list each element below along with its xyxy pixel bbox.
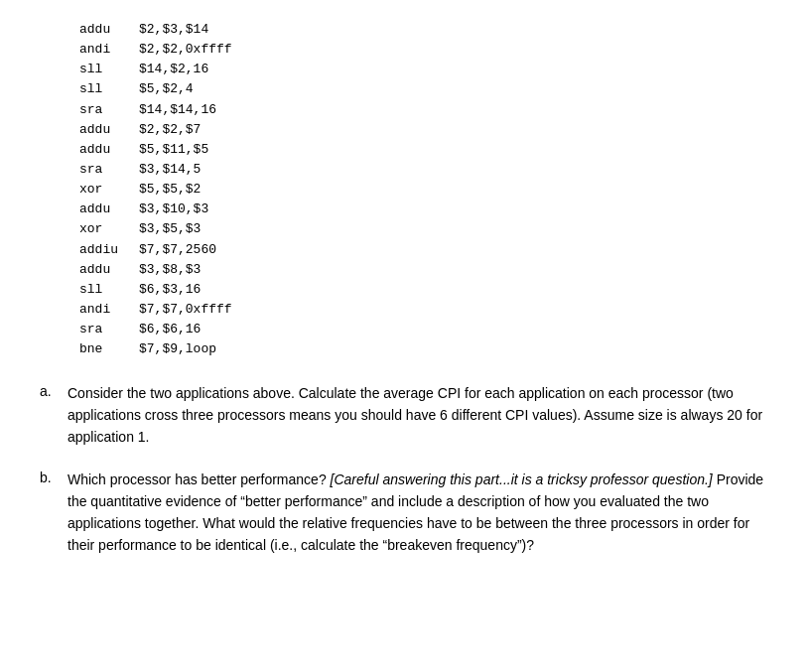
operands: $5,$5,$2 <box>139 180 201 200</box>
operands: $3,$5,$3 <box>139 219 201 239</box>
code-line: addu$2,$2,$7 <box>79 120 768 140</box>
question-item-1: a.Consider the two applications above. C… <box>40 383 768 448</box>
code-line: andi$7,$7,0xffff <box>79 300 768 320</box>
operands: $6,$6,16 <box>139 320 201 339</box>
instruction: sll <box>79 280 139 300</box>
code-line: addu$5,$11,$5 <box>79 140 768 160</box>
code-line: sll$5,$2,4 <box>79 79 768 99</box>
operands: $5,$11,$5 <box>139 140 208 160</box>
instruction: andi <box>79 300 139 320</box>
operands: $3,$14,5 <box>139 160 201 180</box>
operands: $6,$3,16 <box>139 280 201 300</box>
operands: $7,$7,2560 <box>139 240 216 260</box>
question-label-1: a. <box>40 383 60 399</box>
code-line: sra$14,$14,16 <box>79 100 768 120</box>
code-line: sra$3,$14,5 <box>79 160 768 180</box>
operands: $2,$3,$14 <box>139 20 208 40</box>
code-line: sll$6,$3,16 <box>79 280 768 300</box>
questions-section: a.Consider the two applications above. C… <box>40 383 768 556</box>
code-line: addiu$7,$7,2560 <box>79 240 768 260</box>
code-line: xor$5,$5,$2 <box>79 180 768 200</box>
code-line: addu$3,$8,$3 <box>79 260 768 280</box>
code-listing: addu$2,$3,$14andi$2,$2,0xffffsll$14,$2,1… <box>79 20 768 359</box>
instruction: addu <box>79 140 139 160</box>
operands: $3,$10,$3 <box>139 200 208 219</box>
operands: $14,$14,16 <box>139 100 216 120</box>
instruction: addu <box>79 20 139 40</box>
code-line: addu$3,$10,$3 <box>79 200 768 219</box>
question-text-1: Consider the two applications above. Cal… <box>67 383 768 448</box>
instruction: andi <box>79 40 139 60</box>
question-item-2: b.Which processor has better performance… <box>40 470 768 556</box>
instruction: addu <box>79 120 139 140</box>
code-line: xor$3,$5,$3 <box>79 219 768 239</box>
instruction: addiu <box>79 240 139 260</box>
operands: $3,$8,$3 <box>139 260 201 280</box>
instruction: xor <box>79 180 139 200</box>
operands: $7,$9,loop <box>139 339 216 359</box>
question-text-part: Which processor has better performance? <box>67 471 331 487</box>
question-label-2: b. <box>40 470 60 485</box>
operands: $2,$2,$7 <box>139 120 201 140</box>
operands: $7,$7,0xffff <box>139 300 232 320</box>
code-line: andi$2,$2,0xffff <box>79 40 768 60</box>
instruction: sra <box>79 320 139 339</box>
code-line: sll$14,$2,16 <box>79 60 768 79</box>
instruction: sra <box>79 160 139 180</box>
instruction: sll <box>79 79 139 99</box>
operands: $5,$2,4 <box>139 79 194 99</box>
operands: $2,$2,0xffff <box>139 40 232 60</box>
instruction: addu <box>79 260 139 280</box>
code-line: sra$6,$6,16 <box>79 320 768 339</box>
instruction: sra <box>79 100 139 120</box>
code-line: bne$7,$9,loop <box>79 339 768 359</box>
instruction: addu <box>79 200 139 219</box>
operands: $14,$2,16 <box>139 60 208 79</box>
question-text-part: [Careful answering this part...it is a t… <box>331 471 713 487</box>
code-line: addu$2,$3,$14 <box>79 20 768 40</box>
instruction: sll <box>79 60 139 79</box>
instruction: xor <box>79 219 139 239</box>
question-text-2: Which processor has better performance? … <box>67 470 768 556</box>
instruction: bne <box>79 339 139 359</box>
